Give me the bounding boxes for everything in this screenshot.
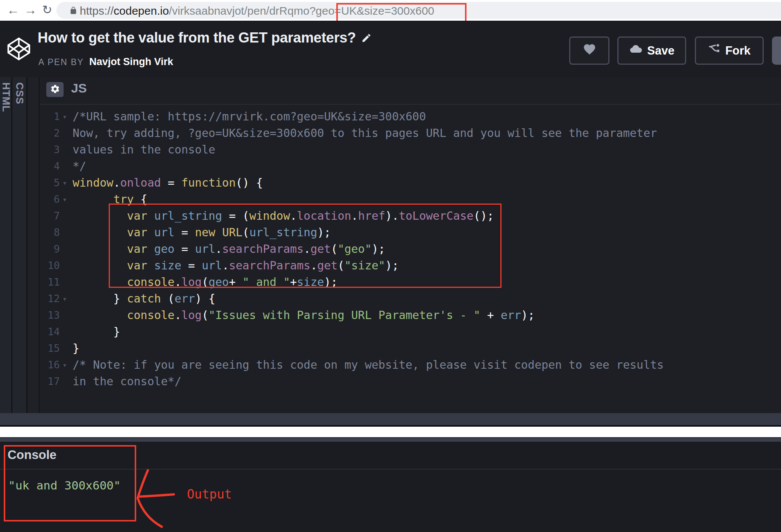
back-icon[interactable]: ←: [7, 2, 20, 17]
code-token: [73, 226, 127, 239]
code-token: url_string: [154, 209, 222, 222]
love-button[interactable]: [569, 36, 609, 65]
fold-arrow-icon[interactable]: ▾: [60, 357, 70, 373]
code-token: =: [161, 176, 181, 189]
fold-arrow-icon[interactable]: ▾: [60, 191, 70, 208]
fold-arrow-icon[interactable]: ▾: [60, 108, 70, 125]
collapsed-panel-css[interactable]: CSS: [12, 77, 26, 413]
fold-spacer: [60, 274, 70, 290]
code-line[interactable]: 1▾/*URL sample: https://mrvirk.com?geo=U…: [40, 108, 781, 125]
js-settings-button[interactable]: [46, 82, 64, 97]
line-number: 13: [41, 307, 60, 324]
fold-arrow-icon[interactable]: ▾: [60, 175, 70, 191]
code-line[interactable]: 6▾ try {: [40, 191, 781, 208]
code-token: .: [175, 275, 181, 289]
panel-gutter[interactable]: [27, 77, 39, 413]
line-number: 2: [41, 125, 60, 141]
code-token: log: [181, 275, 202, 289]
code-line[interactable]: 17in the console*/: [40, 373, 781, 390]
code-token: function: [181, 176, 236, 189]
url-query: ?geo=UK&size=300x600: [309, 5, 434, 17]
code-token: ();: [474, 209, 494, 222]
code-line[interactable]: 16▾/* Note: if you are seeing this code …: [40, 357, 781, 373]
code-token: = (: [222, 209, 249, 222]
code-line[interactable]: 10 var size = url.searchParams.get("size…: [40, 257, 781, 274]
code-lines[interactable]: 1▾/*URL sample: https://mrvirk.com?geo=U…: [40, 108, 781, 413]
line-number: 14: [41, 324, 60, 340]
code-token: size: [297, 275, 324, 289]
console-title: Console: [8, 448, 56, 462]
code-token: [73, 209, 127, 222]
code-token: console: [127, 275, 175, 289]
code-token: var: [127, 209, 147, 222]
code-line[interactable]: 9 var geo = url.searchParams.get("geo");: [40, 241, 781, 257]
code-line[interactable]: 15}: [40, 340, 781, 357]
code-token: (: [161, 292, 175, 305]
forward-icon[interactable]: →: [24, 2, 37, 17]
console-top-bar[interactable]: [0, 438, 781, 442]
code-text: /* Note: if you are seeing this code on …: [70, 357, 664, 373]
collapsed-panel-html[interactable]: HTML: [0, 77, 11, 413]
line-number: 5: [41, 175, 60, 191]
code-token: [73, 259, 127, 272]
console-output: "uk and 300x600": [8, 479, 121, 492]
code-text: }: [70, 340, 79, 357]
code-line[interactable]: 3values in the console: [40, 141, 781, 158]
code-text: try {: [70, 191, 147, 208]
code-token: searchParams: [229, 259, 310, 272]
fold-spacer: [60, 158, 70, 175]
fold-arrow-icon[interactable]: ▾: [60, 290, 70, 307]
fork-button[interactable]: Fork: [695, 36, 764, 65]
code-line[interactable]: 7 var url_string = (window.location.href…: [40, 208, 781, 224]
console-panel: Console "uk and 300x600" Output: [0, 442, 781, 532]
annotation-arrow: [128, 463, 233, 532]
byline-prefix: A PEN BY: [38, 57, 84, 67]
codepen-logo-icon[interactable]: [7, 37, 31, 62]
code-line[interactable]: 13 console.log("Issues with Parsing URL …: [40, 307, 781, 324]
code-line[interactable]: 11 console.log(geo+ " and "+size);: [40, 274, 781, 290]
code-line[interactable]: 12▾ } catch (err) {: [40, 290, 781, 307]
lock-icon[interactable]: [69, 6, 77, 17]
code-token: [147, 209, 154, 222]
code-token: .: [222, 259, 229, 272]
cloud-icon: [629, 43, 643, 59]
editor-console-splitter[interactable]: [0, 413, 781, 427]
save-button[interactable]: Save: [617, 36, 686, 65]
code-line[interactable]: 5▾window.onload = function() {: [40, 175, 781, 191]
author-name[interactable]: Navjot Singh Virk: [89, 56, 173, 67]
code-token: URL: [222, 226, 242, 239]
line-number: 4: [41, 158, 60, 175]
fold-spacer: [60, 307, 70, 324]
code-token: get: [310, 242, 331, 255]
partial-button[interactable]: [772, 36, 781, 65]
code-token: .: [175, 309, 181, 322]
code-line[interactable]: 8 var url = new URL(url_string);: [40, 224, 781, 241]
line-number: 17: [41, 373, 60, 390]
address-bar[interactable]: https://codepen.io/virksaabnavjot/pen/dr…: [56, 2, 781, 19]
line-number: 3: [41, 141, 60, 158]
code-token: /* Note: if you are seeing this code on …: [73, 358, 664, 371]
code-token: in the console*/: [73, 375, 181, 388]
line-number: 1: [41, 108, 60, 125]
code-text: Now, try adding, ?geo=UK&size=300x600 to…: [70, 125, 657, 141]
fold-spacer: [60, 141, 70, 158]
code-token: url_string: [249, 226, 318, 239]
reload-icon[interactable]: ↻: [42, 2, 52, 17]
code-line[interactable]: 14 }: [40, 324, 781, 340]
line-number: 15: [41, 340, 60, 357]
code-token: /*URL sample: https://mrvirk.com?geo=UK&…: [73, 110, 426, 123]
url-path: /virksaabnavjot/pen/drRqmo: [169, 5, 310, 17]
browser-chrome: ← → ↻ https://codepen.io/virksaabnavjot/…: [0, 0, 781, 21]
code-token: url: [195, 242, 215, 255]
js-panel-header: JS: [40, 77, 781, 105]
code-text: /*URL sample: https://mrvirk.com?geo=UK&…: [70, 108, 426, 125]
gear-icon: [50, 84, 60, 96]
code-token: );: [372, 242, 385, 255]
code-line[interactable]: 2Now, try adding, ?geo=UK&size=300x600 t…: [40, 125, 781, 141]
url-text[interactable]: https://codepen.io/virksaabnavjot/pen/dr…: [80, 5, 434, 17]
code-token: );: [317, 226, 331, 239]
pencil-icon[interactable]: [361, 30, 372, 47]
code-token: .: [215, 242, 222, 255]
code-text: console.log("Issues with Parsing URL Par…: [70, 307, 535, 324]
code-line[interactable]: 4*/: [40, 158, 781, 175]
